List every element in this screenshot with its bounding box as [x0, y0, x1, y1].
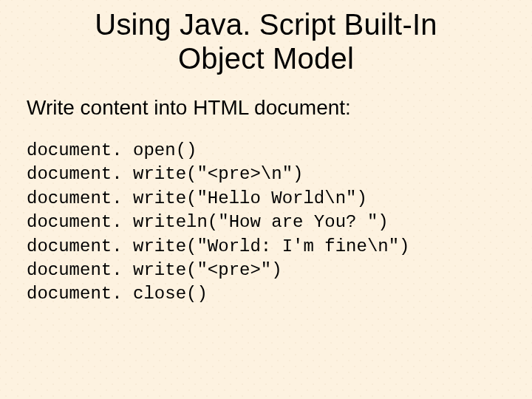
slide-title: Using Java. Script Built-In Object Model: [27, 7, 505, 75]
code-line: document. writeln("How are You? "): [27, 212, 389, 232]
code-block: document. open() document. write("<pre>\…: [27, 139, 505, 307]
code-line: document. write("<pre>"): [27, 260, 282, 280]
code-line: document. write("Hello World\n"): [27, 188, 367, 208]
code-line: document. write("World: I'm fine\n"): [27, 236, 409, 256]
title-line-1: Using Java. Script Built-In: [95, 8, 437, 41]
code-line: document. close(): [27, 284, 208, 304]
title-line-2: Object Model: [178, 42, 354, 75]
code-line: document. write("<pre>\n"): [27, 164, 303, 184]
code-line: document. open(): [27, 140, 197, 160]
slide: Using Java. Script Built-In Object Model…: [0, 0, 532, 307]
slide-subtitle: Write content into HTML document:: [27, 96, 505, 120]
